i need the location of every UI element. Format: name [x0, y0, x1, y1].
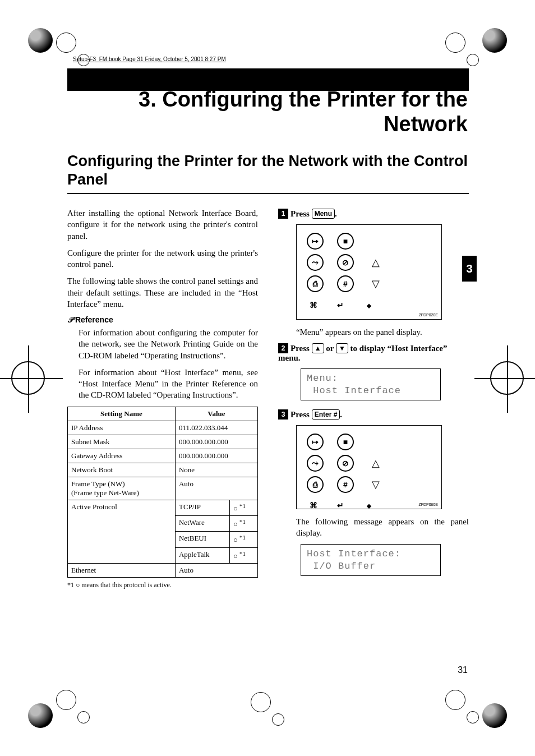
reference-heading: 𝒫Reference: [67, 315, 258, 325]
panel2-btn-power-icon: ⌘: [307, 501, 320, 510]
lcd-display-2: Host Interface: I/O Buffer: [301, 544, 441, 576]
table-row: Frame Type (NW) (Frame type Net-Ware)Aut…: [68, 477, 258, 500]
control-panel-figure-2: ↦ ■ ⤳ ⊘ △ ⎙ # ▽ ⌘ ↵ ⬥: [296, 425, 442, 509]
section-title: Configuring the Printer for the Network …: [67, 152, 469, 194]
panel-btn-stop-icon: ■: [337, 233, 354, 250]
panel-btn-cancel-icon: ⊘: [337, 254, 354, 271]
reference-paragraph-2: For information about “Host Interface” m…: [79, 367, 258, 401]
setting-name-cell: Subnet Mask: [68, 435, 176, 449]
page-number: 31: [458, 665, 468, 675]
reference-icon: 𝒫: [67, 315, 73, 324]
panel2-btn-cancel-icon: ⊘: [337, 455, 354, 472]
step-1-pre: Press: [290, 209, 312, 218]
step-2-heading: 2Press ▲ or ▼ to display “Host Interface…: [278, 343, 469, 363]
protocol-name-cell: NetWare: [175, 515, 229, 531]
down-key: ▼: [336, 343, 348, 353]
panel2-btn-exit-icon: ↦: [307, 434, 324, 450]
table-row: Subnet Mask000.000.000.000: [68, 435, 258, 449]
step-1-number: 1: [278, 209, 288, 219]
panel2-btn-reset-icon: ⤳: [307, 455, 324, 472]
protocol-mark-cell: ○ *1: [229, 547, 257, 563]
right-column: 1Press Menu. ↦ ■ ⤳ ⊘ △ ⎙ # ▽: [278, 208, 469, 589]
step-3-pre: Press: [290, 410, 312, 419]
panel-btn-exit-icon: ↦: [307, 233, 324, 250]
protocol-name-cell: AppleTalk: [175, 547, 229, 563]
figure-2-caption-code: ZFDP060E: [418, 503, 438, 506]
figure-1-caption-code: ZFDP020E: [418, 313, 438, 317]
settings-col-name: Setting Name: [68, 407, 176, 421]
step-2-pre: Press: [290, 344, 312, 353]
page-content: 3. Configuring the Printer for the Netwo…: [67, 68, 469, 674]
corner-ball-tl: [28, 28, 53, 53]
step-2-mid: or: [324, 344, 336, 353]
step-2-number: 2: [278, 343, 288, 353]
setting-name-cell: Network Boot: [68, 463, 176, 477]
lcd1-line1: Menu:: [307, 373, 338, 384]
protocol-mark-cell: ○ *1: [229, 500, 257, 515]
corner-ball-bl: [28, 703, 53, 728]
setting-value-cell: Auto: [175, 477, 257, 500]
panel2-btn-enter-icon: ↵: [334, 501, 347, 510]
settings-table: Setting Name Value IP Address011.022.033…: [67, 407, 258, 578]
left-column: After installing the optional Network In…: [67, 208, 258, 589]
panel-btn-enter-icon: ↵: [334, 301, 347, 310]
reg-cluster-tr: [445, 33, 479, 66]
down-triangle-icon-2: ▽: [367, 476, 384, 493]
protocol-name-cell: NetBEUI: [175, 532, 229, 547]
reference-paragraph-1: For information about configuring the co…: [79, 327, 258, 361]
registration-mark-left: [11, 361, 45, 395]
panel-btn-reset-icon: ⤳: [307, 254, 324, 271]
table-footnote: *1 ○ means that this protocol is active.: [67, 581, 258, 589]
table-row: EthernetAuto: [68, 563, 258, 577]
table-row: IP Address011.022.033.044: [68, 421, 258, 435]
menu-key: Menu: [312, 209, 335, 219]
chapter-heading-block: 3. Configuring the Printer for the Netwo…: [67, 68, 469, 136]
chapter-title: 3. Configuring the Printer for the Netwo…: [67, 87, 469, 136]
setting-value-cell: 000.000.000.000: [175, 449, 257, 463]
pdf-header-path: Setup-F3_FM.book Page 31 Friday, October…: [73, 56, 226, 62]
protocol-name-cell: TCP/IP: [175, 500, 229, 515]
reg-cluster-bottom: [251, 692, 284, 726]
lcd1-line2: Host Interface: [307, 385, 401, 396]
setting-name-cell: Active Protocol: [68, 500, 176, 563]
setting-name-cell: IP Address: [68, 421, 176, 435]
reg-cluster-br: [445, 690, 479, 723]
intro-paragraph-3: The following table shows the control pa…: [67, 275, 258, 310]
reg-cluster-bl: [56, 690, 90, 723]
panel-btn-hash-icon: #: [337, 275, 354, 292]
panel2-btn-stop-icon: ■: [337, 434, 354, 450]
setting-value-cell: None: [175, 463, 257, 477]
settings-col-value: Value: [175, 407, 257, 421]
step-1-caption: “Menu” appears on the panel display.: [296, 326, 469, 338]
table-row: Gateway Address000.000.000.000: [68, 449, 258, 463]
step-1-post: .: [335, 209, 337, 218]
setting-value-cell: Auto: [175, 563, 257, 577]
chapter-banner: [67, 68, 469, 91]
down-triangle-icon: ▽: [367, 275, 384, 292]
enter-diamond-icon: ⬥: [361, 296, 377, 313]
protocol-mark-cell: ○ *1: [229, 515, 257, 531]
step-3-post: .: [340, 410, 342, 419]
setting-name-cell: Gateway Address: [68, 449, 176, 463]
enter-key: Enter #: [312, 409, 340, 420]
lcd-display-1: Menu: Host Interface: [301, 368, 441, 400]
panel2-btn-print-icon: ⎙: [307, 476, 324, 493]
panel2-btn-hash-icon: #: [337, 476, 354, 493]
lcd2-line2: I/O Buffer: [307, 561, 376, 571]
corner-ball-br: [482, 703, 507, 728]
control-panel-figure-1: ↦ ■ ⤳ ⊘ △ ⎙ # ▽ ⌘ ↵ ⬥: [296, 224, 442, 320]
enter-diamond-icon-2: ⬥: [361, 497, 377, 514]
panel-btn-print-icon: ⎙: [307, 275, 324, 292]
step-3-caption: The following message appears on the pan…: [296, 516, 469, 539]
setting-name-cell: Ethernet: [68, 563, 176, 577]
lcd2-line1: Host Interface:: [307, 548, 401, 559]
table-row: Active ProtocolTCP/IP○ *1: [68, 500, 258, 515]
intro-paragraph-2: Configure the printer for the network us…: [67, 247, 258, 270]
protocol-mark-cell: ○ *1: [229, 532, 257, 547]
setting-value-cell: 011.022.033.044: [175, 421, 257, 435]
corner-ball-tr: [482, 28, 507, 53]
step-3-number: 3: [278, 409, 288, 420]
setting-name-cell: Frame Type (NW) (Frame type Net-Ware): [68, 477, 176, 500]
table-row: Network BootNone: [68, 463, 258, 477]
panel-btn-power-icon: ⌘: [307, 301, 320, 310]
